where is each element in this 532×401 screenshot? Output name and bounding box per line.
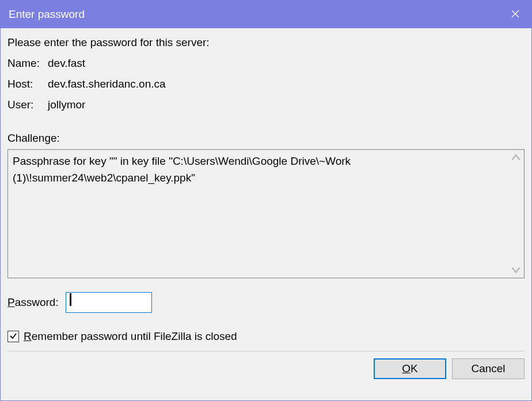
user-row: User: jollymor xyxy=(7,99,525,111)
name-label: Name: xyxy=(7,57,48,70)
scroll-down-icon xyxy=(511,265,520,274)
dialog-body: Please enter the password for this serve… xyxy=(1,28,531,400)
name-value: dev.fast xyxy=(48,57,85,70)
separator xyxy=(7,351,525,351)
scroll-up-icon xyxy=(511,153,520,162)
ok-button[interactable]: OK xyxy=(374,358,446,379)
challenge-label: Challenge: xyxy=(7,132,525,145)
cancel-button[interactable]: Cancel xyxy=(452,358,525,379)
password-label: Password: xyxy=(7,296,59,309)
user-value: jollymor xyxy=(48,99,85,111)
name-row: Name: dev.fast xyxy=(7,57,525,70)
titlebar: Enter password xyxy=(1,1,531,28)
check-icon xyxy=(9,330,17,343)
host-row: Host: dev.fast.sheridanc.on.ca xyxy=(7,78,525,90)
host-value: dev.fast.sheridanc.on.ca xyxy=(48,78,166,90)
window-title: Enter password xyxy=(9,8,85,21)
dialog-window: Enter password Please enter the password… xyxy=(0,0,532,401)
user-label: User: xyxy=(7,99,48,111)
password-row: Password: xyxy=(7,292,525,313)
challenge-textarea[interactable]: Passphrase for key "" in key file "C:\Us… xyxy=(7,149,525,278)
button-row: OK Cancel xyxy=(7,358,525,381)
challenge-text: Passphrase for key "" in key file "C:\Us… xyxy=(13,155,351,184)
remember-label: Remember password until FileZilla is clo… xyxy=(24,330,237,343)
remember-row: Remember password until FileZilla is clo… xyxy=(7,330,525,343)
host-label: Host: xyxy=(7,78,48,90)
text-caret xyxy=(70,293,71,306)
close-button[interactable] xyxy=(499,1,531,28)
password-input[interactable] xyxy=(66,292,152,313)
prompt-text: Please enter the password for this serve… xyxy=(7,36,525,49)
remember-checkbox[interactable] xyxy=(7,331,19,342)
close-icon xyxy=(511,8,519,21)
